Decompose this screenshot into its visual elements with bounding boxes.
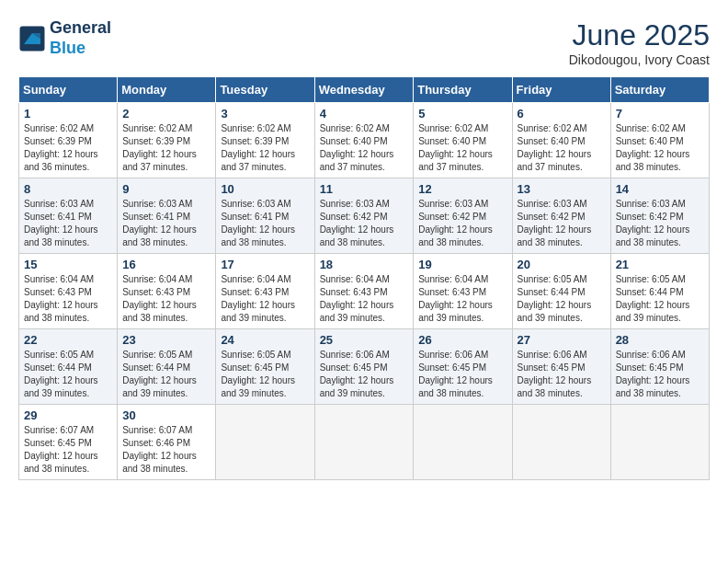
calendar-cell: 16Sunrise: 6:04 AM Sunset: 6:43 PM Dayli…: [118, 254, 216, 329]
day-number: 14: [616, 182, 704, 196]
calendar-week-row: 1Sunrise: 6:02 AM Sunset: 6:39 PM Daylig…: [19, 103, 710, 178]
day-number: 1: [24, 107, 112, 121]
day-number: 29: [24, 408, 112, 422]
day-info: Sunrise: 6:03 AM Sunset: 6:41 PM Dayligh…: [221, 198, 309, 249]
day-number: 16: [122, 258, 210, 271]
page-header: General Blue June 2025 Dikodougou, Ivory…: [18, 18, 710, 67]
day-info: Sunrise: 6:05 AM Sunset: 6:45 PM Dayligh…: [221, 349, 309, 400]
day-info: Sunrise: 6:05 AM Sunset: 6:44 PM Dayligh…: [122, 349, 210, 400]
calendar-week-row: 29Sunrise: 6:07 AM Sunset: 6:45 PM Dayli…: [19, 405, 710, 480]
day-number: 27: [518, 333, 606, 347]
day-info: Sunrise: 6:06 AM Sunset: 6:45 PM Dayligh…: [320, 349, 409, 400]
day-info: Sunrise: 6:06 AM Sunset: 6:45 PM Dayligh…: [518, 349, 606, 400]
calendar-cell: 15Sunrise: 6:04 AM Sunset: 6:43 PM Dayli…: [19, 254, 118, 329]
day-info: Sunrise: 6:06 AM Sunset: 6:45 PM Dayligh…: [418, 349, 506, 400]
day-info: Sunrise: 6:03 AM Sunset: 6:42 PM Dayligh…: [616, 198, 704, 249]
calendar-week-row: 8Sunrise: 6:03 AM Sunset: 6:41 PM Daylig…: [19, 178, 710, 254]
day-number: 30: [122, 408, 210, 422]
calendar-cell: 27Sunrise: 6:06 AM Sunset: 6:45 PM Dayli…: [512, 329, 610, 405]
calendar-week-row: 15Sunrise: 6:04 AM Sunset: 6:43 PM Dayli…: [19, 254, 710, 329]
day-number: 12: [418, 182, 506, 196]
location: Dikodougou, Ivory Coast: [569, 52, 710, 67]
day-number: 9: [122, 182, 210, 196]
calendar-cell: [414, 405, 512, 480]
calendar-cell: 19Sunrise: 6:04 AM Sunset: 6:43 PM Dayli…: [414, 254, 512, 329]
day-info: Sunrise: 6:02 AM Sunset: 6:39 PM Dayligh…: [122, 122, 210, 174]
day-info: Sunrise: 6:07 AM Sunset: 6:45 PM Dayligh…: [24, 424, 112, 476]
day-info: Sunrise: 6:03 AM Sunset: 6:42 PM Dayligh…: [320, 198, 409, 249]
calendar-day-header: Monday: [118, 77, 216, 103]
month-title: June 2025: [569, 18, 710, 52]
day-number: 20: [518, 258, 606, 271]
day-info: Sunrise: 6:04 AM Sunset: 6:43 PM Dayligh…: [320, 273, 409, 325]
day-info: Sunrise: 6:05 AM Sunset: 6:44 PM Dayligh…: [518, 273, 606, 325]
calendar-cell: 20Sunrise: 6:05 AM Sunset: 6:44 PM Dayli…: [512, 254, 610, 329]
day-info: Sunrise: 6:03 AM Sunset: 6:41 PM Dayligh…: [122, 198, 210, 249]
calendar-cell: 6Sunrise: 6:02 AM Sunset: 6:40 PM Daylig…: [512, 103, 610, 178]
day-info: Sunrise: 6:03 AM Sunset: 6:42 PM Dayligh…: [518, 198, 606, 249]
calendar-table: SundayMondayTuesdayWednesdayThursdayFrid…: [18, 76, 710, 480]
day-info: Sunrise: 6:02 AM Sunset: 6:40 PM Dayligh…: [418, 122, 506, 174]
day-number: 7: [616, 107, 704, 121]
day-info: Sunrise: 6:02 AM Sunset: 6:39 PM Dayligh…: [24, 122, 112, 174]
day-info: Sunrise: 6:04 AM Sunset: 6:43 PM Dayligh…: [122, 273, 210, 325]
day-number: 18: [320, 258, 409, 271]
day-number: 28: [616, 333, 704, 347]
day-number: 25: [320, 333, 409, 347]
calendar-week-row: 22Sunrise: 6:05 AM Sunset: 6:44 PM Dayli…: [19, 329, 710, 405]
calendar-cell: [216, 405, 314, 480]
day-number: 11: [320, 182, 409, 196]
calendar-day-header: Saturday: [610, 77, 709, 103]
calendar-cell: 8Sunrise: 6:03 AM Sunset: 6:41 PM Daylig…: [19, 178, 118, 254]
day-number: 3: [221, 107, 309, 121]
calendar-cell: 25Sunrise: 6:06 AM Sunset: 6:45 PM Dayli…: [314, 329, 414, 405]
calendar-cell: [314, 405, 414, 480]
calendar-cell: 7Sunrise: 6:02 AM Sunset: 6:40 PM Daylig…: [610, 103, 709, 178]
logo: General Blue: [18, 18, 111, 58]
calendar-cell: 5Sunrise: 6:02 AM Sunset: 6:40 PM Daylig…: [414, 103, 512, 178]
calendar-cell: 30Sunrise: 6:07 AM Sunset: 6:46 PM Dayli…: [118, 405, 216, 480]
calendar-cell: 12Sunrise: 6:03 AM Sunset: 6:42 PM Dayli…: [414, 178, 512, 254]
title-block: June 2025 Dikodougou, Ivory Coast: [569, 18, 710, 67]
calendar-cell: 24Sunrise: 6:05 AM Sunset: 6:45 PM Dayli…: [216, 329, 314, 405]
day-number: 22: [24, 333, 112, 347]
calendar-cell: 9Sunrise: 6:03 AM Sunset: 6:41 PM Daylig…: [118, 178, 216, 254]
day-info: Sunrise: 6:02 AM Sunset: 6:39 PM Dayligh…: [221, 122, 309, 174]
day-number: 13: [518, 182, 606, 196]
day-number: 8: [24, 182, 112, 196]
day-info: Sunrise: 6:04 AM Sunset: 6:43 PM Dayligh…: [418, 273, 506, 325]
day-info: Sunrise: 6:04 AM Sunset: 6:43 PM Dayligh…: [24, 273, 112, 325]
day-number: 19: [418, 258, 506, 271]
day-info: Sunrise: 6:03 AM Sunset: 6:41 PM Dayligh…: [24, 198, 112, 249]
day-info: Sunrise: 6:04 AM Sunset: 6:43 PM Dayligh…: [221, 273, 309, 325]
day-info: Sunrise: 6:05 AM Sunset: 6:44 PM Dayligh…: [616, 273, 704, 325]
calendar-day-header: Tuesday: [216, 77, 314, 103]
day-info: Sunrise: 6:02 AM Sunset: 6:40 PM Dayligh…: [518, 122, 606, 174]
day-number: 21: [616, 258, 704, 271]
calendar-cell: 11Sunrise: 6:03 AM Sunset: 6:42 PM Dayli…: [314, 178, 414, 254]
day-number: 23: [122, 333, 210, 347]
day-info: Sunrise: 6:03 AM Sunset: 6:42 PM Dayligh…: [418, 198, 506, 249]
calendar-cell: 23Sunrise: 6:05 AM Sunset: 6:44 PM Dayli…: [118, 329, 216, 405]
calendar-cell: 3Sunrise: 6:02 AM Sunset: 6:39 PM Daylig…: [216, 103, 314, 178]
calendar-cell: [610, 405, 709, 480]
day-number: 10: [221, 182, 309, 196]
calendar-cell: 28Sunrise: 6:06 AM Sunset: 6:45 PM Dayli…: [610, 329, 709, 405]
day-number: 2: [122, 107, 210, 121]
calendar-cell: 17Sunrise: 6:04 AM Sunset: 6:43 PM Dayli…: [216, 254, 314, 329]
day-info: Sunrise: 6:05 AM Sunset: 6:44 PM Dayligh…: [24, 349, 112, 400]
day-number: 17: [221, 258, 309, 271]
day-number: 5: [418, 107, 506, 121]
logo-icon: [18, 25, 46, 52]
calendar-day-header: Thursday: [414, 77, 512, 103]
calendar-cell: 1Sunrise: 6:02 AM Sunset: 6:39 PM Daylig…: [19, 103, 118, 178]
calendar-cell: 18Sunrise: 6:04 AM Sunset: 6:43 PM Dayli…: [314, 254, 414, 329]
day-info: Sunrise: 6:02 AM Sunset: 6:40 PM Dayligh…: [616, 122, 704, 174]
day-info: Sunrise: 6:06 AM Sunset: 6:45 PM Dayligh…: [616, 349, 704, 400]
calendar-cell: 10Sunrise: 6:03 AM Sunset: 6:41 PM Dayli…: [216, 178, 314, 254]
logo-text: General Blue: [50, 18, 111, 58]
calendar-cell: 26Sunrise: 6:06 AM Sunset: 6:45 PM Dayli…: [414, 329, 512, 405]
calendar-cell: 2Sunrise: 6:02 AM Sunset: 6:39 PM Daylig…: [118, 103, 216, 178]
calendar-cell: 22Sunrise: 6:05 AM Sunset: 6:44 PM Dayli…: [19, 329, 118, 405]
calendar-cell: 14Sunrise: 6:03 AM Sunset: 6:42 PM Dayli…: [610, 178, 709, 254]
